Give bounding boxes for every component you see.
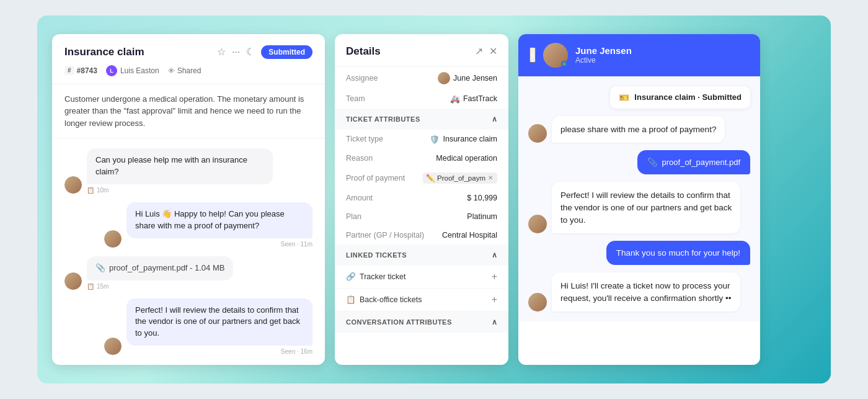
- assignee-row: Assignee June Jensen: [335, 67, 508, 89]
- proof-row: Proof of payment ✏️ Proof_of_paym ✕: [335, 168, 508, 189]
- conv-header: Insurance claim ☆ ··· ☾ Submitted # #874…: [52, 34, 325, 84]
- pencil-icon: ✏️: [426, 174, 435, 182]
- messages-area: Can you please help me with an insurance…: [52, 138, 325, 365]
- chat-status: Active: [575, 56, 749, 65]
- pdf-icon: 📎: [647, 158, 657, 167]
- avatar-img: [104, 230, 122, 248]
- chat-bubble-out: Thank you so much for your help!: [606, 241, 750, 265]
- star-icon[interactable]: ☆: [217, 46, 226, 58]
- chat-bubble-in: please share with me a proof of payment?: [552, 116, 725, 143]
- tracker-icon: 🔗: [346, 272, 356, 281]
- partner-value: Central Hospital: [442, 231, 497, 240]
- amount-label: Amount: [346, 194, 373, 202]
- back-button[interactable]: ‹: [529, 47, 536, 63]
- chat-avatar-in: [528, 124, 547, 143]
- chat-row-in: Hi Luis! I'll create a ticket now to pro…: [528, 272, 750, 312]
- partner-label: Partner (GP / Hospital): [346, 231, 424, 240]
- chat-bubble-in: Hi Luis! I'll create a ticket now to pro…: [552, 272, 740, 312]
- ticket-hash-icon: #: [64, 66, 74, 75]
- msg-avatar-out: [104, 338, 122, 355]
- user-avatar: L: [106, 65, 117, 76]
- proof-label: Proof of payment: [346, 174, 405, 182]
- msg-meta: Seen · 11m: [126, 241, 312, 248]
- linked-item-left: 🔗 Tracker ticket: [346, 272, 406, 281]
- proof-value: ✏️ Proof_of_paym ✕: [423, 173, 497, 184]
- chat-row-out: 📎 proof_of_payment.pdf: [528, 150, 750, 174]
- add-tracker-btn[interactable]: +: [492, 271, 497, 282]
- plan-label: Plan: [346, 212, 361, 221]
- meta-shared: 👁 Shared: [168, 66, 202, 75]
- tracker-ticket-row: 🔗 Tracker ticket +: [335, 266, 508, 289]
- amount-value: $ 10,999: [467, 194, 497, 202]
- chat-panel: ‹ June Jensen Active 🎫 Insurance claim ·…: [518, 34, 760, 365]
- conv-title: Insurance claim: [64, 46, 144, 58]
- details-header-icons: ↗ ✕: [475, 45, 497, 57]
- close-icon[interactable]: ✕: [489, 45, 497, 57]
- meta-user: L Luis Easton: [106, 65, 159, 76]
- assignee-label: Assignee: [346, 74, 378, 83]
- attach-icon: 📎: [95, 262, 105, 274]
- conv-meta: # #8743 L Luis Easton 👁 Shared: [64, 65, 312, 76]
- conv-title-row: Insurance claim ☆ ··· ☾ Submitted: [64, 45, 312, 59]
- team-icon: 🚑: [450, 94, 460, 104]
- eye-icon: 👁: [168, 67, 175, 74]
- chat-avatar-in: [528, 215, 547, 233]
- moon-icon[interactable]: ☾: [246, 46, 255, 58]
- msg-avatar: [64, 272, 82, 290]
- more-icon[interactable]: ···: [232, 47, 240, 58]
- avatar-img: [104, 338, 122, 355]
- conv-title-icons: ☆ ··· ☾ Submitted: [217, 45, 312, 59]
- chat-row-in: please share with me a proof of payment?: [528, 116, 750, 143]
- msg-content: 📎 proof_of_payment.pdf - 1.04 MB 📋 15m: [87, 256, 233, 290]
- msg-icon: 📋: [87, 283, 94, 290]
- msg-icon: 📋: [87, 187, 94, 194]
- msg-bubble-attachment: 📎 proof_of_payment.pdf - 1.04 MB: [87, 256, 233, 280]
- chevron-up-icon: ∧: [492, 318, 498, 326]
- partner-row: Partner (GP / Hospital) Central Hospital: [335, 226, 508, 244]
- online-indicator: [561, 61, 567, 67]
- details-title: Details: [346, 45, 381, 58]
- chat-user-info: June Jensen Active: [575, 45, 749, 65]
- team-value: 🚑 FastTrack: [450, 94, 497, 104]
- ticket-id: # #8743: [64, 66, 97, 75]
- msg-meta: 📋 15m: [87, 283, 233, 290]
- chat-header: ‹ June Jensen Active: [518, 34, 760, 76]
- msg-content: Perfect! I will review the details to co…: [126, 298, 312, 356]
- conversation-attributes-section[interactable]: CONVERSATION ATTRIBUTES ∧: [335, 312, 508, 333]
- msg-bubble-incoming: Can you please help me with an insurance…: [87, 148, 273, 184]
- assignee-value: June Jensen: [438, 72, 497, 84]
- reason-label: Reason: [346, 154, 373, 163]
- linked-tickets-section[interactable]: LINKED TICKETS ∧: [335, 244, 508, 266]
- ticket-ref-row: 🎫 Insurance claim · Submitted: [528, 86, 750, 109]
- message-row: Can you please help me with an insurance…: [64, 148, 312, 194]
- plan-row: Plan Platinum: [335, 207, 508, 226]
- assignee-avatar: [438, 72, 450, 84]
- backoffice-icon: 📋: [346, 295, 356, 304]
- chevron-up-icon: ∧: [492, 115, 498, 123]
- chat-bubble-in: Perfect! I will review the details to co…: [552, 182, 740, 233]
- conversation-panel: Insurance claim ☆ ··· ☾ Submitted # #874…: [52, 34, 325, 365]
- linked-item-left: 📋 Back-office tickets: [346, 295, 422, 304]
- insurance-icon: 🛡️: [430, 135, 440, 144]
- ticket-attributes-section[interactable]: TICKET ATTRIBUTES ∧: [335, 109, 508, 130]
- attachment-msg: 📎 proof_of_payment.pdf - 1.04 MB: [95, 262, 224, 274]
- ticket-ref: 🎫 Insurance claim · Submitted: [610, 86, 750, 109]
- chat-bubble-pdf: 📎 proof_of_payment.pdf: [637, 150, 750, 174]
- msg-content: Hi Luis 👋 Happy to help! Can you please …: [126, 202, 312, 248]
- msg-bubble-outgoing: Perfect! I will review the details to co…: [126, 298, 312, 346]
- user-avatar-img: [64, 272, 82, 290]
- chat-row-in: Perfect! I will review the details to co…: [528, 182, 750, 233]
- chat-messages: 🎫 Insurance claim · Submitted please sha…: [518, 76, 760, 321]
- external-link-icon[interactable]: ↗: [475, 45, 483, 57]
- plan-value: Platinum: [467, 212, 497, 221]
- app-container: Insurance claim ☆ ··· ☾ Submitted # #874…: [37, 16, 831, 383]
- add-backoffice-btn[interactable]: +: [492, 294, 497, 305]
- chat-username: June Jensen: [575, 45, 749, 56]
- ticket-type-row: Ticket type 🛡️ Insurance claim: [335, 130, 508, 149]
- ticket-ref-icon: 🎫: [619, 92, 629, 102]
- chat-avatar-in: [528, 293, 547, 312]
- msg-meta: Seen · 16m: [126, 348, 312, 355]
- message-row: 📎 proof_of_payment.pdf - 1.04 MB 📋 15m: [64, 256, 312, 290]
- proof-close-btn[interactable]: ✕: [488, 174, 493, 181]
- chat-avatar: [543, 43, 568, 68]
